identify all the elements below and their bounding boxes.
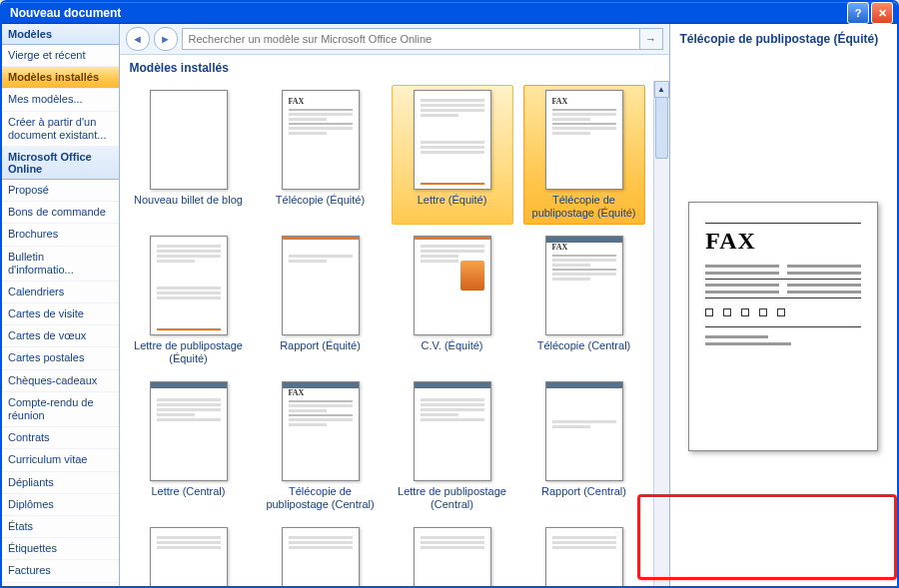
- template-label: Lettre de publipostage (Équité): [133, 339, 245, 365]
- sidebar-item-15[interactable]: Contrats: [2, 427, 119, 449]
- gallery-scrollbar[interactable]: ▲ ▼: [653, 81, 669, 588]
- sidebar-item-17[interactable]: Dépliants: [2, 472, 119, 494]
- template-item[interactable]: [128, 522, 250, 588]
- template-item[interactable]: FAXTélécopie (Central): [523, 231, 645, 370]
- preview-heading: FAX: [705, 228, 861, 255]
- help-button[interactable]: ?: [847, 2, 869, 24]
- window-title: Nouveau document: [10, 6, 121, 20]
- titlebar: Nouveau document ? ✕: [2, 2, 897, 24]
- nav-forward-button[interactable]: ►: [154, 27, 178, 51]
- sidebar-item-16[interactable]: Curriculum vitae: [2, 449, 119, 471]
- template-item[interactable]: [260, 522, 382, 588]
- template-item[interactable]: [392, 522, 513, 588]
- template-item[interactable]: Lettre (Central): [128, 376, 250, 516]
- template-label: Rapport (Équité): [265, 339, 377, 365]
- sidebar-header: Modèles: [2, 24, 119, 45]
- sidebar-item-1[interactable]: Modèles installés: [2, 67, 119, 89]
- sidebar-item-13[interactable]: Chèques-cadeaux: [2, 370, 119, 392]
- sidebar-item-0[interactable]: Vierge et récent: [2, 45, 119, 67]
- sidebar-item-11[interactable]: Cartes de vœux: [2, 325, 119, 347]
- template-item[interactable]: Lettre (Équité): [392, 85, 513, 225]
- template-item[interactable]: Lettre de publipostage (Équité): [128, 231, 250, 370]
- template-item[interactable]: Rapport (Équité): [260, 231, 382, 370]
- template-label: Nouveau billet de blog: [133, 194, 245, 220]
- template-label: Lettre (Central): [133, 485, 245, 511]
- toolbar: ◄ ► →: [120, 24, 669, 55]
- search-input[interactable]: [183, 29, 639, 49]
- sidebar-item-8[interactable]: Bulletin d'informatio...: [2, 247, 119, 282]
- preview-page: FAX: [688, 202, 878, 451]
- sidebar-item-22[interactable]: Feuilles de présence: [2, 583, 119, 589]
- template-item[interactable]: Nouveau billet de blog: [128, 85, 250, 225]
- template-item[interactable]: [523, 522, 645, 588]
- sidebar-item-7[interactable]: Brochures: [2, 224, 119, 246]
- preview-title: Télécopie de publipostage (Équité): [680, 32, 888, 46]
- sidebar-item-12[interactable]: Cartes postales: [2, 347, 119, 369]
- template-item[interactable]: FAXTélécopie de publipostage (Central): [260, 376, 382, 516]
- template-label: Télécopie de publipostage (Équité): [528, 194, 640, 220]
- template-label: Télécopie de publipostage (Central): [265, 485, 377, 511]
- search-box: →: [182, 28, 663, 50]
- sidebar-item-19[interactable]: États: [2, 516, 119, 538]
- template-label: Rapport (Central): [528, 485, 640, 511]
- template-item[interactable]: FAXTélécopie (Équité): [260, 85, 382, 225]
- close-button[interactable]: ✕: [871, 2, 893, 24]
- template-label: C.V. (Équité): [397, 339, 508, 365]
- sidebar-item-14[interactable]: Compte-rendu de réunion: [2, 392, 119, 427]
- sidebar-item-18[interactable]: Diplômes: [2, 494, 119, 516]
- sidebar-item-4[interactable]: Microsoft Office Online: [2, 147, 119, 180]
- template-label: Télécopie (Équité): [265, 194, 377, 220]
- sidebar: Modèles Vierge et récentModèles installé…: [2, 24, 120, 588]
- template-label: Lettre (Équité): [397, 194, 508, 220]
- sidebar-item-10[interactable]: Cartes de visite: [2, 303, 119, 325]
- sidebar-item-2[interactable]: Mes modèles...: [2, 89, 119, 111]
- template-label: Télécopie (Central): [528, 339, 640, 365]
- sidebar-item-20[interactable]: Étiquettes: [2, 538, 119, 560]
- sidebar-item-3[interactable]: Créer à partir d'un document existant...: [2, 112, 119, 147]
- template-item[interactable]: Rapport (Central): [523, 376, 645, 516]
- section-title: Modèles installés: [120, 55, 669, 81]
- template-label: Lettre de publipostage (Central): [397, 485, 508, 511]
- sidebar-item-5[interactable]: Proposé: [2, 180, 119, 202]
- sidebar-item-6[interactable]: Bons de commande: [2, 202, 119, 224]
- template-item[interactable]: FAXTélécopie de publipostage (Équité): [523, 85, 645, 225]
- nav-back-button[interactable]: ◄: [126, 27, 150, 51]
- sidebar-item-9[interactable]: Calendriers: [2, 282, 119, 303]
- sidebar-item-21[interactable]: Factures: [2, 560, 119, 582]
- gallery: Nouveau billet de blogFAXTélécopie (Équi…: [120, 81, 653, 588]
- scroll-thumb[interactable]: [655, 97, 668, 159]
- scroll-up-icon[interactable]: ▲: [654, 81, 669, 98]
- search-go-button[interactable]: →: [639, 29, 662, 49]
- template-item[interactable]: C.V. (Équité): [392, 231, 513, 370]
- template-item[interactable]: Lettre de publipostage (Central): [392, 376, 513, 516]
